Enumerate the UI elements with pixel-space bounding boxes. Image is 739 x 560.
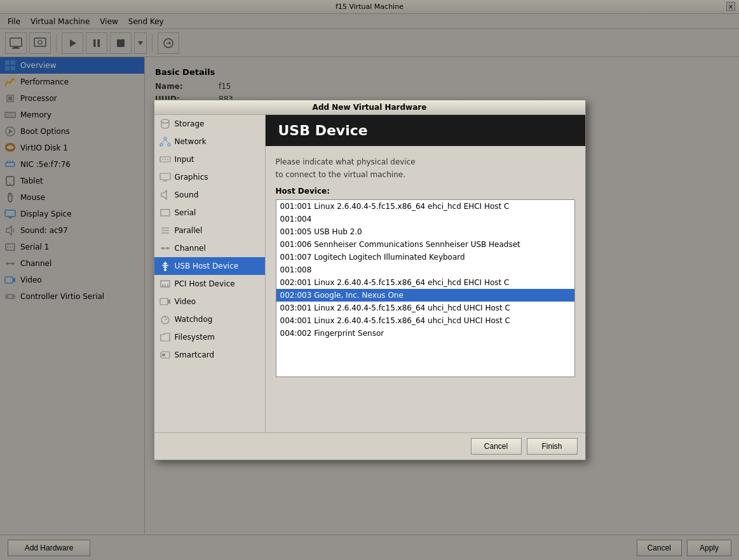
dialog-graphics[interactable]: Graphics <box>154 168 265 186</box>
network-label: Network <box>175 137 207 146</box>
dialog-buttons: Cancel Finish <box>154 432 585 460</box>
svg-point-67 <box>161 247 164 250</box>
usb-host-label: USB Host Device <box>175 262 239 270</box>
device-item-5[interactable]: 001:008 <box>276 263 574 276</box>
svg-point-49 <box>161 119 169 123</box>
svg-point-69 <box>164 269 166 271</box>
sound-label: Sound <box>175 190 199 199</box>
dialog-watchdog[interactable]: Watchdog <box>154 310 265 328</box>
svg-rect-80 <box>162 354 165 356</box>
graphics-label: Graphics <box>175 173 208 182</box>
device-list[interactable]: 001:001 Linux 2.6.40.4-5.fc15.x86_64 ehc… <box>276 199 575 377</box>
dialog-overlay: Add New Virtual Hardware Storage Network <box>0 0 739 560</box>
svg-line-78 <box>165 319 167 320</box>
channel-dlg-icon <box>159 243 171 254</box>
svg-line-53 <box>161 140 165 143</box>
device-item-3[interactable]: 001:006 Sennheiser Communications Sennhe… <box>276 238 574 251</box>
usb-host-icon <box>159 260 171 272</box>
dialog-usb-host[interactable]: USB Host Device <box>154 257 265 275</box>
video-label: Video <box>175 297 196 306</box>
device-item-7[interactable]: 002:003 Google, Inc. Nexus One <box>276 289 574 302</box>
video-dlg-icon <box>159 296 171 307</box>
dialog-content: Storage Network Input <box>154 115 585 432</box>
serial-dlg-icon <box>159 207 171 218</box>
watchdog-icon <box>159 314 171 325</box>
pci-host-label: PCI Host Device <box>175 279 235 288</box>
input-label: Input <box>175 155 194 164</box>
parallel-icon <box>159 225 171 236</box>
svg-point-68 <box>166 247 169 250</box>
svg-marker-61 <box>161 190 166 199</box>
device-item-2[interactable]: 001:005 USB Hub 2.0 <box>276 225 574 238</box>
parallel-label: Parallel <box>175 226 203 235</box>
device-item-1[interactable]: 001:004 <box>276 213 574 225</box>
dialog-pci-host[interactable]: PCI Host Device <box>154 275 265 293</box>
device-item-6[interactable]: 002:001 Linux 2.6.40.4-5.fc15.x86_64 ehc… <box>276 276 574 289</box>
device-item-4[interactable]: 001:007 Logitech Logitech Illuminated Ke… <box>276 251 574 263</box>
svg-rect-59 <box>160 173 170 180</box>
dialog-video[interactable]: Video <box>154 293 265 310</box>
input-icon <box>159 154 171 165</box>
smartcard-icon <box>159 349 171 361</box>
dialog-network[interactable]: Network <box>154 133 265 150</box>
sound-dlg-icon <box>159 189 171 201</box>
device-item-10[interactable]: 004:002 Fingerprint Sensor <box>276 327 574 340</box>
dialog-smartcard[interactable]: Smartcard <box>154 346 265 364</box>
dialog-title: Add New Virtual Hardware <box>154 100 585 115</box>
svg-point-51 <box>160 143 163 146</box>
storage-icon <box>159 118 171 130</box>
storage-label: Storage <box>175 119 205 128</box>
usb-body: Please indicate what physical device to … <box>266 146 585 432</box>
dialog-input[interactable]: Input <box>154 150 265 168</box>
network-icon <box>159 136 171 147</box>
pci-host-icon <box>159 278 171 290</box>
usb-device-heading: USB Device <box>266 115 585 146</box>
usb-description-line1: Please indicate what physical device <box>276 156 575 168</box>
dialog-storage[interactable]: Storage <box>154 115 265 133</box>
dialog-channel[interactable]: Channel <box>154 239 265 257</box>
add-hardware-dialog: Add New Virtual Hardware Storage Network <box>154 100 586 460</box>
dialog-cancel-button[interactable]: Cancel <box>471 438 522 455</box>
host-device-label: Host Device: <box>276 187 575 196</box>
filesystem-icon <box>159 331 171 343</box>
dialog-parallel[interactable]: Parallel <box>154 222 265 239</box>
dialog-left-panel: Storage Network Input <box>154 115 266 432</box>
dialog-right-panel: USB Device Please indicate what physical… <box>266 115 585 432</box>
svg-point-52 <box>168 143 170 146</box>
device-item-0[interactable]: 001:001 Linux 2.6.40.4-5.fc15.x86_64 ehc… <box>276 200 574 213</box>
device-item-9[interactable]: 004:001 Linux 2.6.40.4-5.fc15.x86_64 uhc… <box>276 314 574 327</box>
svg-point-50 <box>164 137 166 140</box>
device-item-8[interactable]: 003:001 Linux 2.6.40.4-5.fc15.x86_64 uhc… <box>276 302 574 314</box>
dialog-serial[interactable]: Serial <box>154 204 265 222</box>
dialog-sound[interactable]: Sound <box>154 186 265 204</box>
svg-marker-75 <box>168 299 170 304</box>
serial-label: Serial <box>175 208 196 217</box>
dialog-filesystem[interactable]: Filesystem <box>154 328 265 346</box>
smartcard-label: Smartcard <box>175 350 215 359</box>
usb-description-line2: to connect to the virtual machine. <box>276 169 575 180</box>
watchdog-label: Watchdog <box>175 315 213 324</box>
channel-label: Channel <box>175 244 206 253</box>
dialog-finish-button[interactable]: Finish <box>527 438 578 455</box>
graphics-icon <box>159 171 171 183</box>
svg-line-54 <box>165 140 169 143</box>
svg-rect-62 <box>161 210 170 216</box>
svg-rect-74 <box>160 298 168 305</box>
filesystem-label: Filesystem <box>175 333 215 342</box>
